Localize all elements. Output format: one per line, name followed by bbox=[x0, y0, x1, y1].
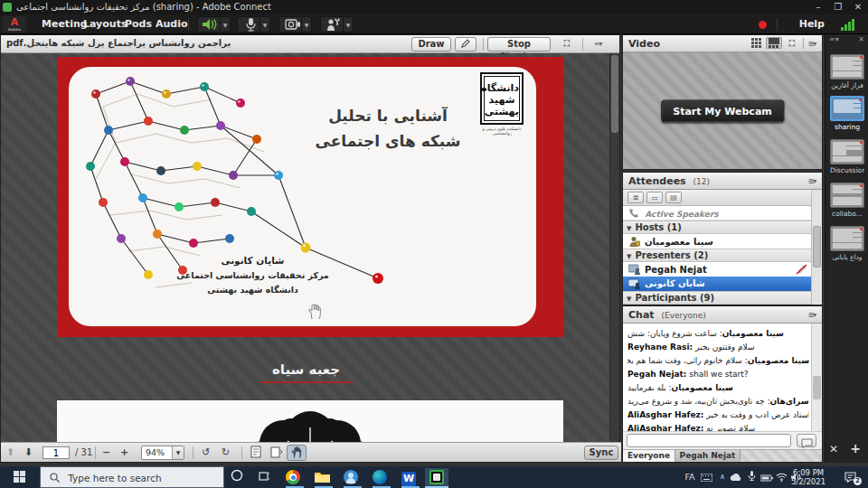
page-down-icon[interactable]: ⬇ bbox=[24, 446, 33, 460]
share-scrollbar[interactable] bbox=[609, 53, 619, 444]
attendee-name: سینا معصومیان bbox=[645, 237, 713, 247]
attendees-scrollbar-thumb[interactable] bbox=[813, 226, 821, 267]
zoom-out-icon[interactable]: − bbox=[102, 446, 110, 460]
chat-message-input[interactable] bbox=[627, 434, 791, 447]
pod-menu-icon[interactable]: ≡▾ bbox=[804, 175, 820, 187]
stop-sharing-button[interactable]: Stop Sharing bbox=[487, 37, 551, 52]
breakout-view-icon[interactable]: ⚏ bbox=[646, 192, 663, 203]
university-name: دانشگاه شهید بهشتی bbox=[69, 285, 437, 295]
menu-help[interactable]: Help bbox=[799, 14, 825, 34]
webcam-button[interactable] bbox=[278, 16, 302, 33]
windows-taskbar: Type here to search W bbox=[0, 466, 868, 488]
chevron-down-icon[interactable]: ▼ bbox=[172, 446, 184, 459]
rail-menu-icon[interactable]: ≡▾ bbox=[829, 35, 839, 43]
presenters-group-header[interactable]: ▼Presenters (2) bbox=[623, 249, 811, 262]
minimize-icon[interactable]: – bbox=[808, 0, 828, 14]
participants-group-header[interactable]: ▼Participants (9) bbox=[623, 291, 811, 305]
pod-menu-icon[interactable]: ≡▾ bbox=[804, 309, 820, 321]
status-view-icon[interactable]: ▤ bbox=[665, 192, 682, 203]
speaker-button[interactable] bbox=[197, 16, 221, 33]
app-icon bbox=[3, 3, 12, 12]
chat-message: AliAsghar Hafez: سلام استاد عرض ادب و وق… bbox=[627, 410, 809, 419]
search-icon bbox=[50, 473, 60, 483]
list-view-icon[interactable]: ≣ bbox=[627, 192, 644, 203]
word-icon[interactable]: W bbox=[400, 468, 418, 486]
grid-view-icon[interactable] bbox=[750, 38, 764, 50]
speaker-dropdown-icon[interactable]: ▼ bbox=[221, 16, 231, 33]
pod-menu-icon[interactable]: ≡▾ bbox=[589, 38, 607, 50]
attendee-name: Pegah Nejat bbox=[645, 265, 707, 275]
menu-audio[interactable]: Audio bbox=[156, 14, 188, 34]
chat-tab-everyone[interactable]: Everyone bbox=[623, 450, 675, 462]
fullscreen-icon[interactable]: ⛶ bbox=[786, 38, 798, 50]
attendee-row-host[interactable]: سینا معصومیان bbox=[623, 235, 811, 249]
maximize-icon[interactable]: ❒ bbox=[828, 0, 848, 14]
task-view-icon[interactable] bbox=[255, 468, 273, 486]
page-number-input[interactable] bbox=[42, 446, 70, 459]
sync-button[interactable]: Sync bbox=[584, 446, 618, 460]
pen-tool-button[interactable] bbox=[455, 37, 476, 52]
close-icon[interactable]: ✕ bbox=[848, 0, 868, 14]
rotate-left-icon[interactable]: ↺ bbox=[202, 446, 210, 460]
taskbar-clock[interactable]: 6:09 PM 5/2/2021 bbox=[785, 468, 832, 486]
action-center-icon[interactable]: 2 bbox=[841, 466, 859, 488]
pod-close-icon[interactable]: ✕ bbox=[829, 443, 838, 455]
raise-hand-dropdown-icon[interactable]: ▼ bbox=[344, 16, 354, 33]
touch-keyboard-icon[interactable] bbox=[698, 466, 714, 488]
rotate-right-icon[interactable]: ↻ bbox=[222, 446, 230, 460]
microphone-dropdown-icon[interactable]: ▼ bbox=[260, 16, 270, 33]
microphone-tray-icon[interactable] bbox=[745, 466, 758, 488]
layout-item-sharing[interactable]: sharing bbox=[830, 96, 864, 131]
adobe-connect-taskbar-icon[interactable] bbox=[425, 468, 448, 486]
people-app-icon[interactable] bbox=[342, 468, 360, 486]
page-up-icon[interactable]: ⬆ bbox=[6, 446, 14, 460]
fit-width-icon[interactable] bbox=[270, 446, 283, 460]
pod-menu-icon[interactable]: ≡▾ bbox=[804, 38, 820, 50]
microphone-button[interactable] bbox=[237, 16, 260, 33]
webcam-dropdown-icon[interactable]: ▼ bbox=[302, 16, 312, 33]
zoom-in-icon[interactable]: + bbox=[120, 446, 128, 460]
menu-pods[interactable]: Pods bbox=[125, 14, 152, 34]
drawing-indicator-icon bbox=[796, 264, 807, 275]
start-button[interactable] bbox=[0, 466, 40, 488]
menu-meeting[interactable]: Meeting bbox=[42, 14, 88, 34]
chat-scrollbar-thumb[interactable] bbox=[813, 376, 821, 399]
layouts-rail-header: ≡▾ ✕ bbox=[826, 34, 868, 46]
zoom-level-select[interactable]: 94% ▼ bbox=[141, 446, 184, 460]
language-indicator[interactable]: FA bbox=[682, 466, 698, 488]
send-chat-icon[interactable] bbox=[797, 434, 816, 447]
cortana-icon[interactable] bbox=[228, 468, 246, 486]
chat-scrollbar[interactable] bbox=[811, 324, 822, 431]
edge-icon[interactable] bbox=[371, 468, 389, 486]
attendees-pod: Attendees (12) ≡▾ ≣ ⚏ ▤ Active Speakers … bbox=[622, 172, 823, 305]
chat-tab-private[interactable]: Pegah Nejat bbox=[675, 450, 741, 462]
share-scrollbar-thumb[interactable] bbox=[611, 55, 618, 133]
hidden-icons-chevron[interactable]: ∧ bbox=[716, 466, 729, 488]
hosts-group-header[interactable]: ▼Hosts (1) bbox=[623, 221, 811, 234]
draw-button[interactable]: Draw bbox=[411, 37, 451, 52]
rail-close-icon[interactable]: ✕ bbox=[858, 35, 864, 43]
filmstrip-view-icon[interactable] bbox=[766, 37, 782, 49]
chrome-icon[interactable] bbox=[284, 468, 302, 486]
layout-item-discussion[interactable]: Discussion bbox=[830, 139, 864, 174]
fullscreen-icon[interactable]: ⛶ bbox=[560, 38, 574, 50]
layout-item-collaboration[interactable]: collabo... bbox=[830, 183, 864, 218]
menu-layouts[interactable]: Layouts bbox=[83, 14, 127, 34]
onedrive-icon[interactable] bbox=[729, 466, 743, 488]
pod-add-icon[interactable]: + bbox=[850, 441, 861, 455]
attendee-row-presenter[interactable]: Pegah Nejat bbox=[623, 263, 811, 277]
layout-item-opening[interactable]: فراز آغازین bbox=[830, 54, 864, 89]
layout-item-closing[interactable]: وداع پایانی bbox=[830, 226, 864, 261]
file-explorer-icon[interactable] bbox=[313, 468, 331, 486]
raise-hand-button[interactable] bbox=[320, 16, 344, 33]
fit-page-icon[interactable] bbox=[250, 446, 261, 460]
shared-document-canvas[interactable]: آشنایی با تحلیل شبکه های اجتماعی دانشگاه… bbox=[1, 53, 611, 444]
start-webcam-button[interactable]: Start My Webcam bbox=[661, 99, 784, 122]
attendee-row-selected[interactable]: شایان کانونی bbox=[623, 277, 811, 291]
shared-document-title: یراجمن روانشناس یراجتماع یرل شبکه هایتحل… bbox=[6, 38, 231, 48]
share-pod: یراجمن روانشناس یراجتماع یرل شبکه هایتحل… bbox=[0, 34, 620, 463]
attendees-scrollbar[interactable] bbox=[811, 190, 822, 305]
battery-icon[interactable] bbox=[760, 466, 774, 488]
taskbar-search[interactable]: Type here to search bbox=[40, 466, 224, 488]
pan-tool-button[interactable] bbox=[287, 445, 307, 461]
